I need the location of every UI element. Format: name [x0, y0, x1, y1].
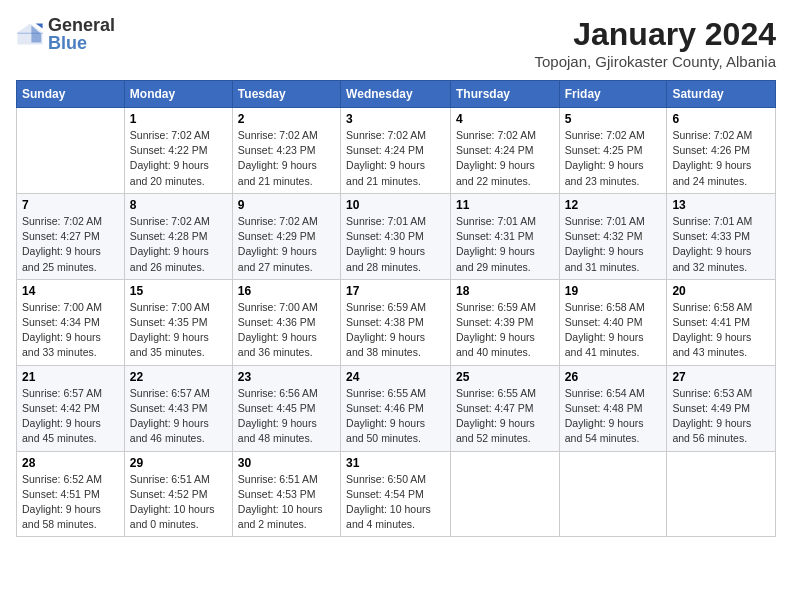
calendar-cell: 14Sunrise: 7:00 AMSunset: 4:34 PMDayligh…: [17, 279, 125, 365]
day-number: 24: [346, 370, 445, 384]
day-info: Sunrise: 6:59 AMSunset: 4:38 PMDaylight:…: [346, 300, 445, 361]
day-info: Sunrise: 7:01 AMSunset: 4:30 PMDaylight:…: [346, 214, 445, 275]
day-info: Sunrise: 7:01 AMSunset: 4:32 PMDaylight:…: [565, 214, 662, 275]
day-info: Sunrise: 7:00 AMSunset: 4:35 PMDaylight:…: [130, 300, 227, 361]
day-number: 29: [130, 456, 227, 470]
calendar-cell: 27Sunrise: 6:53 AMSunset: 4:49 PMDayligh…: [667, 365, 776, 451]
day-info: Sunrise: 7:02 AMSunset: 4:22 PMDaylight:…: [130, 128, 227, 189]
calendar-cell: 2Sunrise: 7:02 AMSunset: 4:23 PMDaylight…: [232, 108, 340, 194]
calendar-cell: 6Sunrise: 7:02 AMSunset: 4:26 PMDaylight…: [667, 108, 776, 194]
day-info: Sunrise: 6:57 AMSunset: 4:43 PMDaylight:…: [130, 386, 227, 447]
day-number: 7: [22, 198, 119, 212]
calendar-cell: 23Sunrise: 6:56 AMSunset: 4:45 PMDayligh…: [232, 365, 340, 451]
day-info: Sunrise: 6:52 AMSunset: 4:51 PMDaylight:…: [22, 472, 119, 533]
calendar-cell: 20Sunrise: 6:58 AMSunset: 4:41 PMDayligh…: [667, 279, 776, 365]
day-number: 17: [346, 284, 445, 298]
calendar-cell: [559, 451, 667, 537]
day-number: 31: [346, 456, 445, 470]
day-info: Sunrise: 6:55 AMSunset: 4:47 PMDaylight:…: [456, 386, 554, 447]
day-number: 22: [130, 370, 227, 384]
day-number: 4: [456, 112, 554, 126]
calendar-cell: 17Sunrise: 6:59 AMSunset: 4:38 PMDayligh…: [341, 279, 451, 365]
calendar-cell: 24Sunrise: 6:55 AMSunset: 4:46 PMDayligh…: [341, 365, 451, 451]
day-number: 25: [456, 370, 554, 384]
calendar-week-row: 14Sunrise: 7:00 AMSunset: 4:34 PMDayligh…: [17, 279, 776, 365]
calendar-header-wednesday: Wednesday: [341, 81, 451, 108]
calendar-header-sunday: Sunday: [17, 81, 125, 108]
day-number: 3: [346, 112, 445, 126]
calendar-cell: 10Sunrise: 7:01 AMSunset: 4:30 PMDayligh…: [341, 193, 451, 279]
day-number: 16: [238, 284, 335, 298]
calendar-cell: 13Sunrise: 7:01 AMSunset: 4:33 PMDayligh…: [667, 193, 776, 279]
day-number: 12: [565, 198, 662, 212]
day-number: 1: [130, 112, 227, 126]
day-number: 30: [238, 456, 335, 470]
calendar-cell: 4Sunrise: 7:02 AMSunset: 4:24 PMDaylight…: [450, 108, 559, 194]
calendar-cell: 5Sunrise: 7:02 AMSunset: 4:25 PMDaylight…: [559, 108, 667, 194]
calendar-cell: 31Sunrise: 6:50 AMSunset: 4:54 PMDayligh…: [341, 451, 451, 537]
day-number: 21: [22, 370, 119, 384]
day-number: 27: [672, 370, 770, 384]
calendar-header-friday: Friday: [559, 81, 667, 108]
calendar-cell: 1Sunrise: 7:02 AMSunset: 4:22 PMDaylight…: [124, 108, 232, 194]
calendar-cell: 22Sunrise: 6:57 AMSunset: 4:43 PMDayligh…: [124, 365, 232, 451]
day-info: Sunrise: 7:02 AMSunset: 4:29 PMDaylight:…: [238, 214, 335, 275]
day-info: Sunrise: 6:50 AMSunset: 4:54 PMDaylight:…: [346, 472, 445, 533]
day-info: Sunrise: 6:56 AMSunset: 4:45 PMDaylight:…: [238, 386, 335, 447]
day-info: Sunrise: 6:57 AMSunset: 4:42 PMDaylight:…: [22, 386, 119, 447]
calendar-week-row: 28Sunrise: 6:52 AMSunset: 4:51 PMDayligh…: [17, 451, 776, 537]
day-info: Sunrise: 7:00 AMSunset: 4:36 PMDaylight:…: [238, 300, 335, 361]
calendar-cell: 3Sunrise: 7:02 AMSunset: 4:24 PMDaylight…: [341, 108, 451, 194]
day-number: 6: [672, 112, 770, 126]
day-number: 26: [565, 370, 662, 384]
calendar-header-row: SundayMondayTuesdayWednesdayThursdayFrid…: [17, 81, 776, 108]
calendar-cell: 19Sunrise: 6:58 AMSunset: 4:40 PMDayligh…: [559, 279, 667, 365]
calendar-cell: 12Sunrise: 7:01 AMSunset: 4:32 PMDayligh…: [559, 193, 667, 279]
calendar-cell: 25Sunrise: 6:55 AMSunset: 4:47 PMDayligh…: [450, 365, 559, 451]
svg-rect-4: [17, 33, 42, 34]
calendar-header-tuesday: Tuesday: [232, 81, 340, 108]
day-info: Sunrise: 7:02 AMSunset: 4:24 PMDaylight:…: [456, 128, 554, 189]
day-number: 10: [346, 198, 445, 212]
day-info: Sunrise: 6:58 AMSunset: 4:41 PMDaylight:…: [672, 300, 770, 361]
page-title: January 2024: [534, 16, 776, 53]
logo-icon: [16, 20, 44, 48]
day-info: Sunrise: 7:02 AMSunset: 4:26 PMDaylight:…: [672, 128, 770, 189]
calendar-header-thursday: Thursday: [450, 81, 559, 108]
day-info: Sunrise: 7:02 AMSunset: 4:24 PMDaylight:…: [346, 128, 445, 189]
day-number: 23: [238, 370, 335, 384]
calendar-week-row: 7Sunrise: 7:02 AMSunset: 4:27 PMDaylight…: [17, 193, 776, 279]
day-number: 28: [22, 456, 119, 470]
day-number: 20: [672, 284, 770, 298]
day-info: Sunrise: 6:53 AMSunset: 4:49 PMDaylight:…: [672, 386, 770, 447]
day-number: 14: [22, 284, 119, 298]
day-info: Sunrise: 6:54 AMSunset: 4:48 PMDaylight:…: [565, 386, 662, 447]
logo-text: General Blue: [48, 16, 115, 52]
day-info: Sunrise: 7:02 AMSunset: 4:27 PMDaylight:…: [22, 214, 119, 275]
calendar-header-monday: Monday: [124, 81, 232, 108]
calendar-cell: 28Sunrise: 6:52 AMSunset: 4:51 PMDayligh…: [17, 451, 125, 537]
day-number: 2: [238, 112, 335, 126]
day-info: Sunrise: 6:59 AMSunset: 4:39 PMDaylight:…: [456, 300, 554, 361]
day-number: 13: [672, 198, 770, 212]
title-block: January 2024 Topojan, Gjirokaster County…: [534, 16, 776, 70]
day-number: 5: [565, 112, 662, 126]
calendar-cell: 29Sunrise: 6:51 AMSunset: 4:52 PMDayligh…: [124, 451, 232, 537]
calendar-cell: 15Sunrise: 7:00 AMSunset: 4:35 PMDayligh…: [124, 279, 232, 365]
day-info: Sunrise: 7:01 AMSunset: 4:31 PMDaylight:…: [456, 214, 554, 275]
calendar-cell: 21Sunrise: 6:57 AMSunset: 4:42 PMDayligh…: [17, 365, 125, 451]
page-subtitle: Topojan, Gjirokaster County, Albania: [534, 53, 776, 70]
page-header: General Blue January 2024 Topojan, Gjiro…: [16, 16, 776, 70]
day-number: 18: [456, 284, 554, 298]
calendar-cell: [667, 451, 776, 537]
calendar-cell: [450, 451, 559, 537]
day-info: Sunrise: 6:55 AMSunset: 4:46 PMDaylight:…: [346, 386, 445, 447]
day-number: 9: [238, 198, 335, 212]
calendar-cell: 26Sunrise: 6:54 AMSunset: 4:48 PMDayligh…: [559, 365, 667, 451]
calendar-week-row: 21Sunrise: 6:57 AMSunset: 4:42 PMDayligh…: [17, 365, 776, 451]
calendar-cell: [17, 108, 125, 194]
day-number: 8: [130, 198, 227, 212]
calendar-table: SundayMondayTuesdayWednesdayThursdayFrid…: [16, 80, 776, 537]
calendar-cell: 8Sunrise: 7:02 AMSunset: 4:28 PMDaylight…: [124, 193, 232, 279]
day-number: 15: [130, 284, 227, 298]
